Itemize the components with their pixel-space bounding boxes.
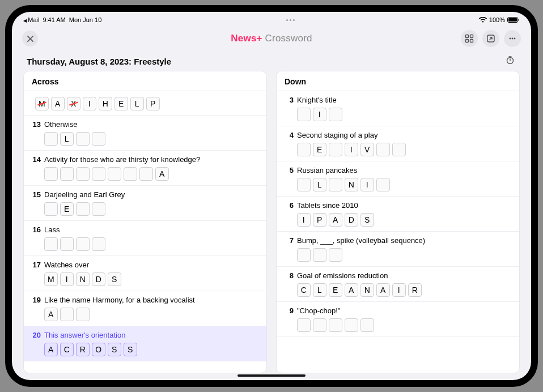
answer-cell[interactable]: I [60, 272, 74, 286]
answer-cell[interactable] [92, 237, 105, 251]
answer-cell[interactable]: A [329, 213, 342, 227]
answer-cell[interactable] [297, 248, 311, 262]
answer-cell[interactable]: A [155, 167, 169, 181]
answer-cell[interactable]: I [297, 213, 311, 227]
timer-button[interactable] [504, 54, 516, 66]
answer-cell[interactable]: L [313, 178, 326, 191]
answer-cell[interactable] [76, 167, 90, 181]
answer-cell[interactable] [92, 167, 105, 181]
back-to-app[interactable]: Mail [23, 16, 39, 23]
answer-cell[interactable] [76, 132, 90, 146]
answer-cell[interactable]: L [60, 132, 74, 146]
clue-row[interactable]: 20This answer's orientationACROSS [24, 326, 266, 361]
answer-cell[interactable]: M [35, 97, 49, 110]
answer-cell[interactable] [297, 108, 311, 121]
answer-cell[interactable]: N [360, 283, 374, 297]
across-list[interactable]: MAXIHELP13OtherwiseL14Activity for those… [24, 91, 266, 373]
answer-cell[interactable]: E [114, 97, 128, 110]
clue-row[interactable]: 9"Chop-chop!" [277, 302, 519, 337]
answer-cell[interactable] [297, 318, 311, 332]
answer-cell[interactable]: P [313, 213, 326, 227]
answer-cell[interactable] [376, 178, 390, 191]
answer-cell[interactable] [313, 248, 326, 262]
answer-cell[interactable]: C [297, 283, 311, 297]
answer-cell[interactable]: A [51, 97, 65, 110]
answer-cell[interactable] [297, 143, 311, 156]
clue-row[interactable]: 3Knight's titleI [277, 91, 519, 126]
answer-cell[interactable] [76, 202, 90, 216]
answer-cell[interactable] [44, 237, 58, 251]
answer-cell[interactable]: P [146, 97, 160, 110]
answer-cell[interactable]: H [99, 97, 112, 110]
clue-row[interactable]: 15Darjeeling and Earl GreyE [24, 186, 266, 221]
answer-cell[interactable]: I [392, 283, 406, 297]
clue-row[interactable]: 8Goal of emissions reductionCLEANAIR [277, 267, 519, 302]
answer-cell[interactable]: I [83, 97, 96, 110]
answer-cell[interactable]: S [124, 343, 137, 356]
answer-cell[interactable]: I [345, 143, 358, 156]
answer-cell[interactable] [76, 308, 90, 321]
answer-cell[interactable]: L [130, 97, 144, 110]
answer-cell[interactable]: R [408, 283, 422, 297]
answer-cell[interactable] [297, 178, 311, 191]
home-indicator[interactable] [237, 374, 306, 377]
clue-row[interactable]: 13OtherwiseL [24, 116, 266, 151]
answer-cell[interactable]: L [313, 283, 326, 297]
answer-cell[interactable] [108, 167, 121, 181]
answer-cell[interactable]: V [360, 143, 374, 156]
answer-cell[interactable]: A [44, 308, 58, 321]
answer-cell[interactable]: O [92, 343, 105, 356]
down-list[interactable]: 3Knight's titleI4Second staging of a pla… [277, 91, 519, 373]
clue-row[interactable]: MAXIHELP [24, 91, 266, 116]
answer-cell[interactable] [76, 237, 90, 251]
answer-cell[interactable]: I [360, 178, 374, 191]
clue-row[interactable]: 17Watches overMINDS [24, 256, 266, 291]
answer-cell[interactable]: S [108, 272, 121, 286]
answer-cell[interactable]: S [360, 213, 374, 227]
answer-cell[interactable] [60, 237, 74, 251]
answer-cell[interactable]: E [313, 143, 326, 156]
answer-cell[interactable] [44, 132, 58, 146]
answer-cell[interactable]: C [60, 343, 74, 356]
answer-cell[interactable] [124, 167, 137, 181]
multitask-dots[interactable] [286, 19, 295, 21]
answer-cell[interactable] [392, 143, 406, 156]
clue-row[interactable]: 5Russian pancakesLNI [277, 161, 519, 197]
clue-row[interactable]: 14Activity for those who are thirsty for… [24, 151, 266, 186]
answer-cell[interactable] [139, 167, 153, 181]
answer-cell[interactable] [329, 143, 342, 156]
answer-cell[interactable] [345, 318, 358, 332]
answer-cell[interactable] [360, 318, 374, 332]
answer-cell[interactable] [329, 108, 342, 121]
clue-row[interactable]: 19Like the name Harmony, for a backing v… [24, 291, 266, 326]
answer-cell[interactable] [44, 202, 58, 216]
answer-cell[interactable]: D [345, 213, 358, 227]
answer-cell[interactable]: X [67, 97, 80, 110]
answer-cell[interactable] [313, 318, 326, 332]
answer-cell[interactable] [376, 143, 390, 156]
answer-cell[interactable] [329, 318, 342, 332]
answer-cell[interactable]: S [108, 343, 121, 356]
external-view-button[interactable] [482, 30, 499, 47]
answer-cell[interactable]: A [345, 283, 358, 297]
answer-cell[interactable]: I [313, 108, 326, 121]
answer-cell[interactable] [60, 308, 74, 321]
clue-row[interactable]: 4Second staging of a playEIV [277, 126, 519, 161]
answer-cell[interactable] [92, 132, 105, 146]
answer-cell[interactable] [92, 202, 105, 216]
clue-row[interactable]: 7Bump, ___, spike (volleyball sequence) [277, 232, 519, 267]
close-button[interactable] [22, 31, 38, 46]
answer-cell[interactable]: E [329, 283, 342, 297]
answer-cell[interactable]: A [376, 283, 390, 297]
answer-cell[interactable] [329, 248, 342, 262]
grid-view-button[interactable] [461, 30, 478, 47]
clue-row[interactable]: 6Tablets since 2010IPADS [277, 197, 519, 232]
answer-cell[interactable]: M [44, 272, 58, 286]
answer-cell[interactable]: N [76, 272, 90, 286]
answer-cell[interactable]: R [76, 343, 90, 356]
answer-cell[interactable]: D [92, 272, 105, 286]
answer-cell[interactable]: N [345, 178, 358, 191]
answer-cell[interactable]: E [60, 202, 74, 216]
answer-cell[interactable]: A [44, 343, 58, 356]
clue-row[interactable]: 16Lass [24, 221, 266, 256]
